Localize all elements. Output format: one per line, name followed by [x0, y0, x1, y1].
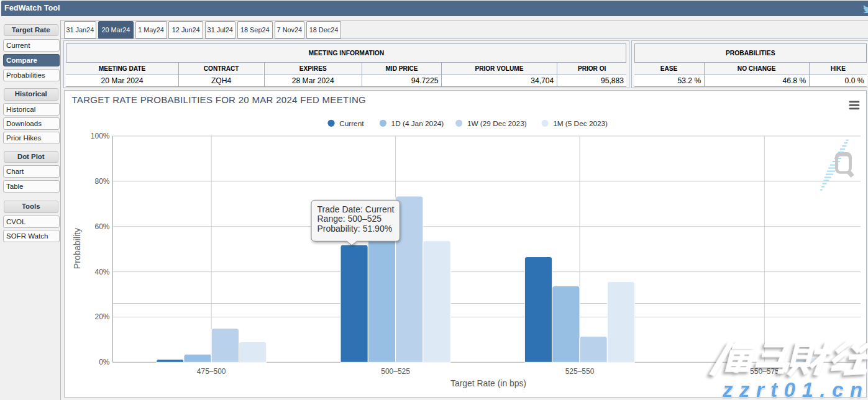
- svg-text:80%: 80%: [94, 177, 109, 186]
- svg-text:550–575: 550–575: [750, 367, 779, 376]
- svg-text:Probability: Probability: [72, 227, 82, 269]
- svg-text:1W (29 Dec 2023): 1W (29 Dec 2023): [467, 119, 527, 128]
- svg-text:500–525: 500–525: [381, 367, 410, 376]
- svg-text:475–500: 475–500: [197, 367, 226, 376]
- svg-text:1D (4 Jan 2024): 1D (4 Jan 2024): [391, 119, 444, 128]
- svg-text:Target Rate (in bps): Target Rate (in bps): [450, 378, 526, 388]
- svg-text:Probability: 51.90%: Probability: 51.90%: [318, 224, 393, 234]
- svg-text:20%: 20%: [94, 312, 109, 321]
- svg-text:525–550: 525–550: [565, 367, 595, 376]
- svg-text:0%: 0%: [99, 358, 110, 366]
- svg-text:Range: 500–525: Range: 500–525: [318, 214, 382, 224]
- svg-text:40%: 40%: [94, 268, 109, 276]
- svg-text:Trade Date: Current: Trade Date: Current: [318, 204, 395, 214]
- svg-text:1M (5 Dec 2023): 1M (5 Dec 2023): [553, 119, 608, 128]
- svg-text:100%: 100%: [91, 132, 110, 140]
- svg-text:zzrt01.cn: zzrt01.cn: [722, 378, 868, 400]
- svg-text:TARGET RATE PROBABILITIES FOR: TARGET RATE PROBABILITIES FOR 20 MAR 202…: [72, 94, 367, 105]
- svg-text:Current: Current: [339, 119, 364, 128]
- svg-text:60%: 60%: [94, 222, 109, 231]
